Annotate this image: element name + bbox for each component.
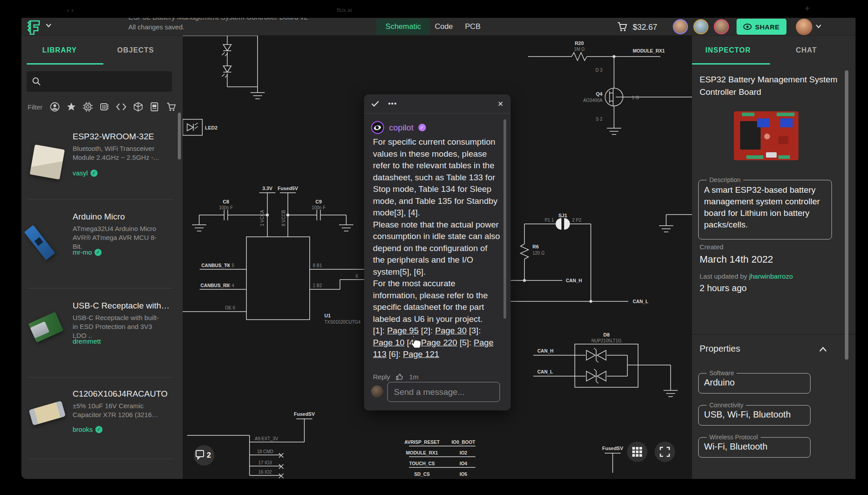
component-author[interactable]: brooks✓ — [73, 426, 102, 433]
browser-tab-title: flux.ai — [337, 7, 352, 13]
collaborator-avatar[interactable] — [714, 19, 729, 34]
tab-schematic[interactable]: Schematic — [377, 19, 430, 35]
page-link[interactable]: Page 220 — [421, 338, 457, 347]
list-divider — [27, 458, 174, 459]
page-link[interactable]: Page 30 — [435, 326, 467, 335]
tab-objects[interactable]: OBJECTS — [117, 46, 154, 54]
filter-pdf-icon[interactable] — [150, 102, 160, 112]
c9-value: 100n F — [311, 205, 325, 210]
q4-ref: Q4 — [596, 91, 603, 97]
grid-toggle-button[interactable] — [627, 442, 647, 462]
tab-pcb[interactable]: PCB — [459, 19, 486, 35]
c9-ref: C9 — [315, 199, 322, 204]
can-termination[interactable]: SJ1 P1 1 2 P2 R6 120 Ω CAN_H CAN_L ✕ — [506, 213, 692, 304]
component-author[interactable]: mr-mo✓ — [73, 248, 102, 256]
screenshot-stage: LED2 R20 1M Ω MODULE_RX1 D 3 Q4 AO3400A … — [0, 0, 868, 495]
comment-count: 2 — [207, 451, 211, 459]
component-thumbnail — [30, 145, 65, 180]
tab-code[interactable]: Code — [430, 19, 458, 35]
net-fusedsv: FusedSV — [602, 446, 623, 451]
r20-q4-branch[interactable]: R20 1M Ω MODULE_RX1 D 3 Q4 AO3400A 1 G S… — [528, 41, 692, 134]
net-module-rx1: MODULE_RX1 — [633, 48, 665, 53]
filter-code-icon[interactable] — [116, 102, 127, 111]
tab-chat[interactable]: CHAT — [796, 46, 817, 54]
verified-badge-icon: ✓ — [90, 170, 98, 177]
ref-index: [3]: — [467, 326, 481, 335]
filter-module-icon[interactable] — [99, 102, 109, 112]
project-menu-chevron-icon[interactable] — [45, 23, 52, 28]
resolve-check-icon[interactable] — [371, 101, 379, 107]
tab-library[interactable]: LIBRARY — [42, 46, 77, 54]
more-options-icon[interactable]: ••• — [388, 100, 397, 108]
tab-pcb-label: PCB — [465, 22, 481, 31]
browser-new-tab-icon[interactable]: + — [805, 4, 810, 14]
u1-level-shifter[interactable]: 3.3V Fused5V C8 100n F C9 100n F 1 VCCA … — [183, 186, 365, 325]
bottom-letterbox — [0, 479, 868, 495]
net-fused5v: Fused5V — [278, 186, 299, 191]
board-preview-image — [734, 111, 798, 160]
component-name: ESP32-WROOM-32E — [73, 132, 179, 142]
filter-cart-icon[interactable] — [166, 102, 176, 112]
author-name: brooks — [73, 426, 93, 433]
share-button[interactable]: SHARE — [737, 19, 786, 35]
popup-scrollbar[interactable] — [504, 119, 506, 319]
component-name: Arduino Micro — [73, 212, 179, 222]
filter-3d-cube-icon[interactable] — [133, 102, 143, 112]
mouse-cursor-hand — [408, 335, 422, 350]
updated-value: 2 hours ago — [700, 283, 747, 293]
project-title: ESP32 Battery Management System Controll… — [700, 73, 839, 98]
browser-back-forward-icons[interactable]: ‹ › — [67, 6, 74, 14]
q4-pin-g: 1 G — [632, 95, 639, 100]
fullscreen-icon — [659, 446, 670, 457]
library-search[interactable] — [27, 71, 172, 92]
filter-user-icon[interactable] — [50, 102, 60, 112]
page-link[interactable]: Page 95 — [387, 326, 419, 335]
collapse-chevron-icon[interactable] — [819, 347, 827, 352]
fullscreen-button[interactable] — [655, 442, 675, 462]
page-link[interactable]: Page 121 — [403, 349, 439, 359]
list-divider — [27, 288, 174, 288]
description-field[interactable]: Description A smart ESP32-based battery … — [698, 176, 832, 239]
cart-icon[interactable] — [617, 21, 627, 32]
message-paragraph: Please note that the actual power consum… — [373, 219, 501, 278]
fusedsv-bottom: FusedSV — [602, 446, 623, 473]
tab-inspector[interactable]: INSPECTOR — [705, 46, 751, 54]
sj1-pin2: 2 P2 — [572, 218, 581, 223]
c8-ref: C8 — [223, 199, 229, 204]
comment-reply-input[interactable] — [387, 382, 500, 402]
eye-icon — [743, 24, 752, 30]
close-icon[interactable]: ✕ — [498, 100, 504, 108]
flux-logo[interactable] — [26, 20, 45, 35]
component-author[interactable]: vasyl✓ — [73, 169, 98, 177]
comment-icon: 2 — [195, 450, 213, 461]
library-tab-underline — [27, 63, 103, 65]
description-label: Description — [707, 176, 743, 183]
comment-marker-button[interactable]: 2 — [194, 445, 214, 466]
sj1-ref: SJ1 — [558, 213, 567, 218]
property-software-field[interactable]: Software Arduino — [698, 369, 811, 394]
d8-tvs[interactable]: D8 NUP2105LT1G CAN_H CAN_L — [533, 332, 678, 397]
sidebar-scrollbar[interactable] — [178, 113, 181, 159]
comment-author-row: copilot ✓ — [371, 121, 426, 134]
left-letterbox — [0, 0, 21, 495]
property-connectivity-field[interactable]: Connectivity USB, Wi-Fi, Bluetooth — [698, 402, 811, 426]
ref-index: [5]: — [457, 338, 474, 347]
ref-index: [2]: — [418, 326, 435, 335]
updated-by-user[interactable]: jharwinbarrozo — [749, 272, 793, 280]
account-menu-chevron-icon[interactable] — [815, 24, 822, 28]
collaborator-avatar[interactable] — [693, 19, 708, 34]
bom-price[interactable]: $32.67 — [633, 23, 657, 32]
inspector-scrollbar[interactable] — [845, 70, 848, 360]
thumbs-up-icon[interactable] — [396, 373, 403, 380]
user-avatar[interactable] — [796, 19, 812, 35]
property-wireless-field[interactable]: Wireless Protocol Wi-Fi, Bluetooth — [698, 434, 811, 458]
page-link[interactable]: Page 10 — [373, 338, 405, 347]
filter-star-icon[interactable] — [66, 102, 76, 112]
tab-code-label: Code — [435, 22, 453, 31]
led2-symbol[interactable]: LED2 — [183, 119, 217, 135]
collaborator-avatar[interactable] — [673, 19, 688, 34]
property-label: Software — [707, 369, 737, 377]
component-author[interactable]: dremmett — [73, 337, 101, 345]
filter-chip-icon[interactable] — [83, 102, 93, 112]
reply-button[interactable]: Reply — [373, 373, 390, 381]
